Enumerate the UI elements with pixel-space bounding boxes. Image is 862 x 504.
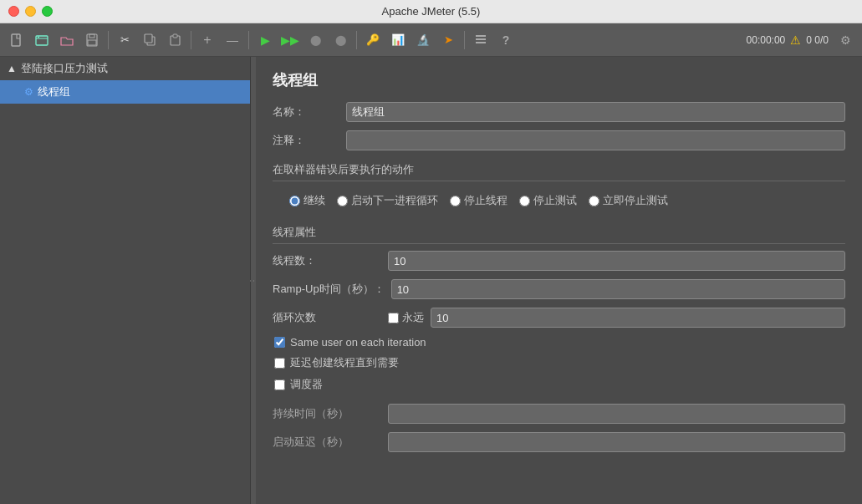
scheduler-label: 调度器 — [290, 377, 323, 392]
title-bar: Apache JMeter (5.5) — [0, 0, 862, 23]
delay-thread-row: 延迟创建线程直到需要 — [273, 355, 845, 370]
open-templates-button[interactable] — [30, 28, 54, 52]
radio-stop-test-now[interactable]: 立即停止测试 — [589, 193, 668, 208]
comment-input[interactable] — [346, 130, 845, 150]
name-label: 名称： — [273, 104, 339, 120]
thread-group-icon: ⚙ — [24, 86, 33, 98]
arrow-button[interactable]: ➤ — [436, 28, 460, 52]
separator-5 — [464, 31, 465, 49]
copy-button[interactable] — [138, 28, 161, 52]
svg-rect-10 — [476, 35, 486, 37]
same-user-label: Same user on each iteration — [290, 336, 426, 349]
list-button[interactable] — [469, 28, 492, 52]
duration-row: 持续时间（秒） — [273, 404, 845, 424]
toolbar: ✂ + — ▶ ▶▶ ⬤ ⬤ 🔑 📊 🔬 ➤ ? 00:00:00 ⚠ 0 0/… — [0, 23, 862, 57]
window-title: Apache JMeter (5.5) — [382, 5, 481, 18]
paste-button[interactable] — [163, 28, 186, 52]
radio-continue-label: 继续 — [303, 193, 325, 208]
radio-stop-test-now-label: 立即停止测试 — [603, 193, 668, 208]
start-delay-input[interactable] — [388, 432, 845, 452]
svg-rect-9 — [173, 34, 177, 38]
sidebar-item-test-plan-label: 登陆接口压力测试 — [21, 61, 108, 76]
log-properties-button[interactable]: 📊 — [386, 28, 410, 52]
radio-stop-thread-label: 停止线程 — [464, 193, 508, 208]
maximize-button[interactable] — [42, 6, 53, 17]
run-button[interactable]: ▶ — [253, 28, 277, 52]
main-content: ▲ 登陆接口压力测试 ⚙ 线程组 ⋮ 线程组 名称： 注释： 在取样器错误后要执… — [0, 57, 862, 504]
duration-label: 持续时间（秒） — [273, 406, 381, 421]
right-panel: 线程组 名称： 注释： 在取样器错误后要执行的动作 继续 启动下一进程循环 停止 — [256, 57, 862, 504]
panel-title: 线程组 — [273, 70, 845, 90]
loop-count-input[interactable] — [431, 308, 845, 328]
counter-display: 0 0/0 — [806, 34, 829, 46]
svg-point-2 — [38, 36, 39, 38]
ramp-up-label: Ramp-Up时间（秒）： — [273, 282, 385, 297]
thread-count-row: 线程数： — [273, 251, 845, 271]
separator-4 — [356, 31, 357, 49]
minimize-button[interactable] — [25, 6, 36, 17]
separator-3 — [248, 31, 249, 49]
ramp-up-row: Ramp-Up时间（秒）： — [273, 279, 845, 299]
help-button[interactable]: ? — [494, 28, 518, 52]
separator-1 — [108, 31, 109, 49]
add-button[interactable]: + — [196, 28, 219, 52]
error-action-group: 继续 启动下一进程循环 停止线程 停止测试 立即停止测试 — [273, 188, 845, 213]
thread-count-label: 线程数： — [273, 253, 381, 268]
stop-now-button[interactable]: ⬤ — [329, 28, 352, 52]
toolbar-right: 00:00:00 ⚠ 0 0/0 ⚙ — [747, 28, 857, 52]
sidebar-item-test-plan[interactable]: ▲ 登陆接口压力测试 — [0, 57, 250, 80]
radio-stop-test[interactable]: 停止测试 — [519, 193, 577, 208]
svg-rect-5 — [88, 40, 96, 45]
run-remote-button[interactable]: ▶▶ — [278, 28, 302, 52]
sidebar-item-thread-group[interactable]: ⚙ 线程组 — [0, 80, 250, 104]
radio-stop-test-label: 停止测试 — [533, 193, 577, 208]
close-button[interactable] — [8, 6, 19, 17]
save-button[interactable] — [80, 28, 104, 52]
scheduler-row: 调度器 — [273, 377, 845, 392]
name-row: 名称： — [273, 102, 845, 122]
beaker-button[interactable]: 🔬 — [411, 28, 435, 52]
loop-count-row: 循环次数 永远 — [273, 308, 845, 328]
stop-button[interactable]: ⬤ — [303, 28, 327, 52]
radio-stop-thread[interactable]: 停止线程 — [450, 193, 508, 208]
scheduler-checkbox[interactable] — [274, 379, 285, 390]
svg-rect-0 — [12, 34, 20, 46]
forever-checkbox[interactable] — [388, 313, 399, 323]
settings-button[interactable]: ⚙ — [834, 28, 857, 52]
ramp-up-input[interactable] — [391, 279, 845, 299]
radio-start-next-loop[interactable]: 启动下一进程循环 — [337, 193, 438, 208]
delay-thread-label: 延迟创建线程直到需要 — [290, 355, 399, 370]
forever-label: 永远 — [402, 310, 424, 325]
same-user-checkbox[interactable] — [274, 337, 285, 348]
start-delay-row: 启动延迟（秒） — [273, 432, 845, 452]
forever-checkbox-label[interactable]: 永远 — [388, 310, 424, 325]
new-button[interactable] — [5, 28, 28, 52]
radio-start-next-loop-label: 启动下一进程循环 — [351, 193, 438, 208]
test-plan-icon: ▲ — [7, 63, 17, 74]
svg-rect-7 — [145, 34, 152, 43]
separator-2 — [191, 31, 191, 49]
thread-count-input[interactable] — [388, 251, 845, 271]
remove-button[interactable]: — — [221, 28, 244, 52]
comment-row: 注释： — [273, 130, 845, 150]
cut-button[interactable]: ✂ — [113, 28, 136, 52]
svg-rect-11 — [476, 38, 486, 40]
jmeter-properties-button[interactable]: 🔑 — [361, 28, 385, 52]
bottom-fields: 持续时间（秒） 启动延迟（秒） — [273, 404, 845, 452]
svg-rect-12 — [476, 42, 486, 43]
thread-properties-section: 线程属性 线程数： Ramp-Up时间（秒）： 循环次数 永远 — [273, 225, 845, 392]
duration-input[interactable] — [388, 404, 845, 424]
comment-label: 注释： — [273, 133, 339, 148]
sidebar-item-thread-group-label: 线程组 — [38, 84, 70, 99]
timer-display: 00:00:00 — [747, 34, 786, 46]
same-user-row: Same user on each iteration — [273, 336, 845, 349]
start-delay-label: 启动延迟（秒） — [273, 435, 381, 450]
sidebar: ▲ 登陆接口压力测试 ⚙ 线程组 — [0, 57, 251, 504]
name-input[interactable] — [346, 102, 845, 122]
radio-continue[interactable]: 继续 — [289, 193, 325, 208]
traffic-lights — [8, 6, 53, 17]
open-button[interactable] — [55, 28, 79, 52]
thread-props-title: 线程属性 — [273, 225, 845, 244]
loop-count-label: 循环次数 — [273, 310, 381, 325]
delay-thread-checkbox[interactable] — [274, 358, 285, 369]
